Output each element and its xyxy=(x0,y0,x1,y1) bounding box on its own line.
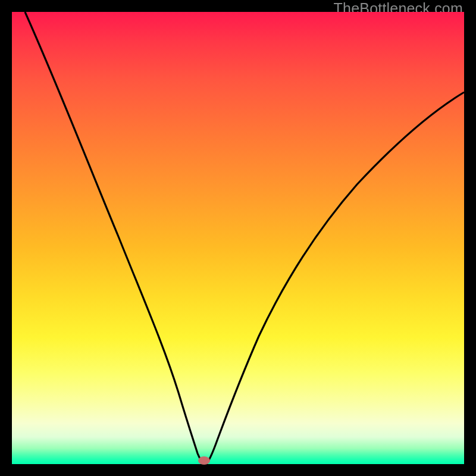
bottleneck-curve xyxy=(25,12,464,464)
curve-layer xyxy=(12,12,464,464)
plot-area xyxy=(12,12,464,464)
chart-container: TheBottleneck.com xyxy=(0,0,476,476)
optimal-marker xyxy=(198,456,210,465)
